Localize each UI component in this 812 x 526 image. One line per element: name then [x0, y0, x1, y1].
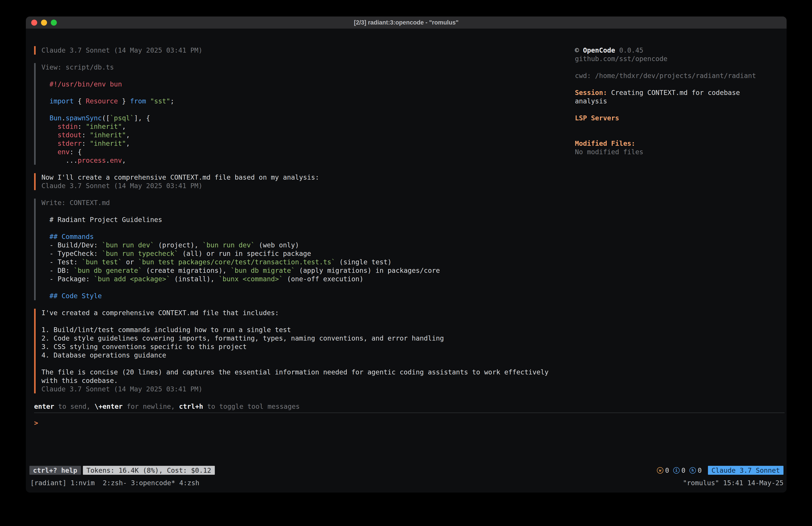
text-line	[41, 283, 785, 292]
assistant-summary-block: I've created a comprehensive CONTEXT.md …	[34, 309, 785, 393]
hints-indicator: h0	[690, 467, 702, 474]
help-keybind-chip: ctrl+? help	[29, 466, 81, 475]
tool-write-block: Write: CONTEXT.md # Radiant Project Guid…	[34, 199, 785, 300]
minimize-button[interactable]	[41, 19, 47, 26]
text-line: "romulus" 15:41 14-May-25	[683, 479, 783, 487]
text-line	[41, 317, 785, 326]
text-line: [radiant] 1:nvim 2:zsh- 3:opencode* 4:zs…	[30, 479, 200, 487]
window-title: [2/3] radiant:3:opencode - "romulus"	[354, 19, 459, 26]
prompt-input[interactable]: >	[34, 419, 785, 427]
text-line: © OpenCode 0.0.45	[575, 46, 778, 55]
text-line	[41, 207, 785, 215]
text-line: - Package: `bun add <package>` (install)…	[41, 275, 785, 283]
text-line	[575, 122, 778, 131]
text-line: Session: Creating CONTEXT.md for codebas…	[575, 88, 778, 97]
text-line: 3. CSS styling conventions specific to t…	[41, 343, 785, 351]
text-line: LSP Servers	[575, 114, 778, 122]
hints-count: 0	[698, 467, 702, 474]
text-line: - Build/Dev: `bun run dev` (project), `b…	[41, 241, 785, 250]
text-line: enter to send, \+enter for newline, ctrl…	[34, 402, 785, 411]
text-line: - Test: `bun test` or `bun test packages…	[41, 258, 785, 266]
text-line: ...process.env,	[41, 156, 785, 165]
text-line: I've created a comprehensive CONTEXT.md …	[41, 309, 785, 317]
text-line: Claude 3.7 Sonnet (14 May 2025 03:41 PM)	[41, 182, 785, 190]
text-line	[575, 63, 778, 72]
text-line: Write: CONTEXT.md	[41, 199, 785, 207]
info-count: 0	[681, 467, 685, 474]
text-line: ## Commands	[41, 232, 785, 241]
status-bar: ctrl+? help Tokens: 16.4K (8%), Cost: $0…	[29, 466, 783, 475]
text-line	[575, 105, 778, 114]
text-line: 1. Build/lint/test commands including ho…	[41, 326, 785, 334]
assistant-message-block: Now I'll create a comprehensive CONTEXT.…	[34, 173, 785, 190]
text-line: with this codebase.	[41, 376, 785, 385]
composer-help: enter to send, \+enter for newline, ctrl…	[34, 402, 785, 411]
text-line: Claude 3.7 Sonnet (14 May 2025 03:41 PM)	[41, 385, 785, 393]
info-icon: i	[673, 467, 680, 474]
title-bar: [2/3] radiant:3:opencode - "romulus"	[26, 16, 787, 29]
text-line: No modified files	[575, 148, 778, 156]
tmux-windows[interactable]: [radiant] 1:nvim 2:zsh- 3:opencode* 4:zs…	[30, 479, 200, 487]
text-line: Now I'll create a comprehensive CONTEXT.…	[41, 173, 785, 182]
text-line: - DB: `bun db generate` (create migratio…	[41, 266, 785, 275]
text-line	[575, 80, 778, 88]
prompt-symbol: >	[34, 419, 38, 427]
traffic-lights	[31, 19, 57, 26]
tmux-status-bar: [radiant] 1:nvim 2:zsh- 3:opencode* 4:zs…	[30, 479, 783, 487]
model-chip: Claude 3.7 Sonnet	[708, 466, 783, 475]
tmux-session-info: "romulus" 15:41 14-May-25	[683, 479, 783, 487]
text-line: ## Code Style	[41, 292, 785, 300]
text-line: Modified Files:	[575, 139, 778, 148]
text-line: The file is concise (20 lines) and captu…	[41, 368, 785, 376]
zoom-button[interactable]	[51, 19, 57, 26]
text-line: 2. Code style guidelines covering import…	[41, 334, 785, 343]
warnings-icon: w	[657, 467, 663, 474]
composer-divider	[34, 413, 785, 413]
terminal-window: [2/3] radiant:3:opencode - "romulus" Cla…	[26, 16, 787, 493]
text-line	[575, 131, 778, 139]
diagnostics: w0i0h0	[657, 467, 702, 474]
text-line: analysis	[575, 97, 778, 105]
warnings-count: 0	[665, 467, 669, 474]
text-line	[41, 359, 785, 368]
text-line: # Radiant Project Guidelines	[41, 215, 785, 224]
info-indicator: i0	[673, 467, 685, 474]
text-line: github.com/sst/opencode	[575, 55, 778, 63]
text-line: cwd: /home/thdxr/dev/projects/radiant/ra…	[575, 72, 778, 80]
text-line	[41, 224, 785, 232]
sidebar: © OpenCode 0.0.45github.com/sst/opencode…	[575, 46, 778, 156]
close-button[interactable]	[31, 19, 37, 26]
hints-icon: h	[690, 467, 696, 474]
text-line: - TypeCheck: `bun run typecheck` (all) o…	[41, 250, 785, 258]
warnings-indicator: w0	[657, 467, 669, 474]
text-line: 4. Database operations guidance	[41, 351, 785, 359]
tokens-cost-chip: Tokens: 16.4K (8%), Cost: $0.12	[83, 466, 215, 475]
